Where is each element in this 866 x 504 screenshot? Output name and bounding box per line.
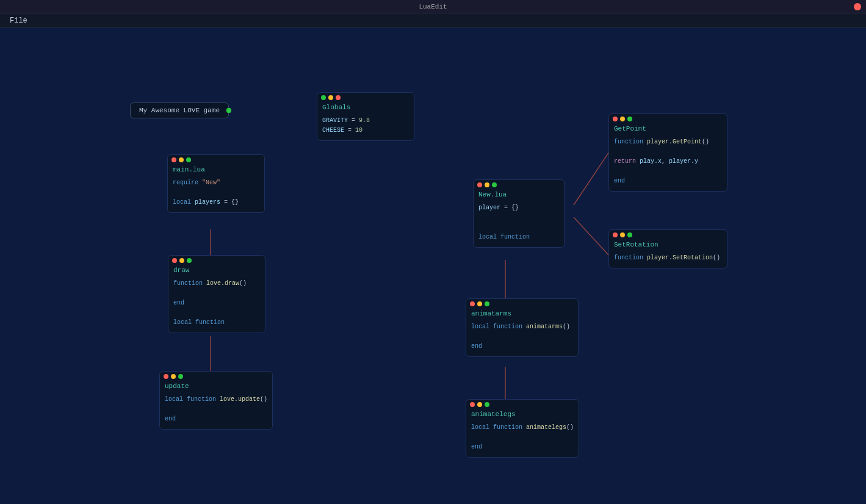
node-getpoint-header bbox=[609, 114, 727, 124]
node-update-body: local function love.update() end bbox=[160, 392, 272, 429]
node-getpoint[interactable]: GetPoint function player.GetPoint() retu… bbox=[608, 113, 727, 192]
project-node[interactable]: My Awesome LOVE game bbox=[130, 103, 229, 118]
app-title: LuaEdit bbox=[419, 3, 447, 10]
svg-line-4 bbox=[574, 150, 610, 205]
project-label: My Awesome LOVE game bbox=[139, 107, 220, 114]
node-main-title: main.lua bbox=[168, 165, 264, 176]
dot-red bbox=[470, 402, 475, 407]
dot-red bbox=[164, 374, 168, 379]
dot-green bbox=[485, 301, 489, 306]
node-new-title: New.lua bbox=[474, 190, 564, 201]
node-getpoint-title: GetPoint bbox=[609, 124, 727, 135]
node-update-title: update bbox=[160, 381, 272, 392]
node-getpoint-body: function player.GetPoint() return play.x… bbox=[609, 135, 727, 191]
node-setrotation-title: SetRotation bbox=[609, 240, 727, 251]
node-globals-title: Globals bbox=[317, 103, 414, 113]
dot-yellow bbox=[171, 374, 176, 379]
connections-svg bbox=[0, 28, 866, 504]
dot-yellow bbox=[477, 301, 482, 306]
node-setrotation[interactable]: SetRotation function player.SetRotation(… bbox=[608, 229, 727, 268]
node-main-header bbox=[168, 155, 264, 165]
dot-yellow bbox=[328, 95, 333, 100]
dot-yellow bbox=[620, 117, 625, 121]
node-setrotation-header bbox=[609, 230, 727, 240]
node-draw-header bbox=[168, 256, 265, 265]
dot-yellow bbox=[179, 258, 184, 263]
dot-red bbox=[477, 182, 482, 187]
dot-green bbox=[485, 402, 489, 407]
node-setrotation-body: function player.SetRotation() bbox=[609, 251, 727, 268]
dot-red bbox=[172, 258, 177, 263]
dot-green bbox=[492, 182, 497, 187]
dot-yellow bbox=[179, 157, 184, 162]
node-draw-title: draw bbox=[168, 265, 265, 276]
node-animatarms[interactable]: animatarms local function animatarms() e… bbox=[466, 298, 579, 357]
dot-green bbox=[321, 95, 326, 100]
node-new-body: player = {} local function bbox=[474, 201, 564, 247]
dot-green bbox=[627, 232, 632, 237]
node-update-header bbox=[160, 372, 272, 381]
dot-red bbox=[613, 232, 618, 237]
node-draw-body: function love.draw() end local function bbox=[168, 276, 265, 333]
menu-bar: File bbox=[0, 13, 866, 28]
dot-green bbox=[187, 258, 192, 263]
dot-red bbox=[470, 301, 475, 306]
node-animatarms-header bbox=[466, 299, 578, 309]
dot-red bbox=[336, 95, 341, 100]
node-new-header bbox=[474, 180, 564, 190]
dot-green bbox=[627, 117, 632, 121]
dot-green bbox=[178, 374, 183, 379]
svg-line-5 bbox=[574, 217, 610, 257]
dot-red bbox=[171, 157, 176, 162]
dot-yellow bbox=[485, 182, 489, 187]
node-animatelegs-title: animatelegs bbox=[466, 409, 579, 420]
node-animatarms-title: animatarms bbox=[466, 309, 578, 320]
canvas-area: My Awesome LOVE game Globals GRAVITY = 9… bbox=[0, 28, 866, 504]
node-animatelegs[interactable]: animatelegs local function animatelegs()… bbox=[466, 399, 579, 458]
node-update[interactable]: update local function love.update() end bbox=[159, 371, 273, 430]
node-animatelegs-header bbox=[466, 400, 579, 409]
file-menu[interactable]: File bbox=[5, 15, 32, 26]
node-animatelegs-body: local function animatelegs() end bbox=[466, 420, 579, 457]
dot-yellow bbox=[620, 232, 625, 237]
close-button[interactable] bbox=[854, 3, 861, 10]
dot-yellow bbox=[477, 402, 482, 407]
node-globals[interactable]: Globals GRAVITY = 9.8 CHEESE = 10 bbox=[317, 92, 414, 141]
node-globals-header bbox=[317, 93, 414, 103]
node-globals-body: GRAVITY = 9.8 CHEESE = 10 bbox=[317, 113, 414, 140]
node-animatarms-body: local function animatarms() end bbox=[466, 320, 578, 356]
title-bar: LuaEdit bbox=[0, 0, 866, 13]
node-new[interactable]: New.lua player = {} local function bbox=[473, 179, 565, 248]
node-main[interactable]: main.lua require "New" local players = {… bbox=[167, 154, 265, 213]
dot-red bbox=[613, 117, 618, 121]
node-main-body: require "New" local players = {} bbox=[168, 176, 264, 212]
dot-green bbox=[186, 157, 191, 162]
node-draw[interactable]: draw function love.draw() end local func… bbox=[168, 255, 265, 333]
